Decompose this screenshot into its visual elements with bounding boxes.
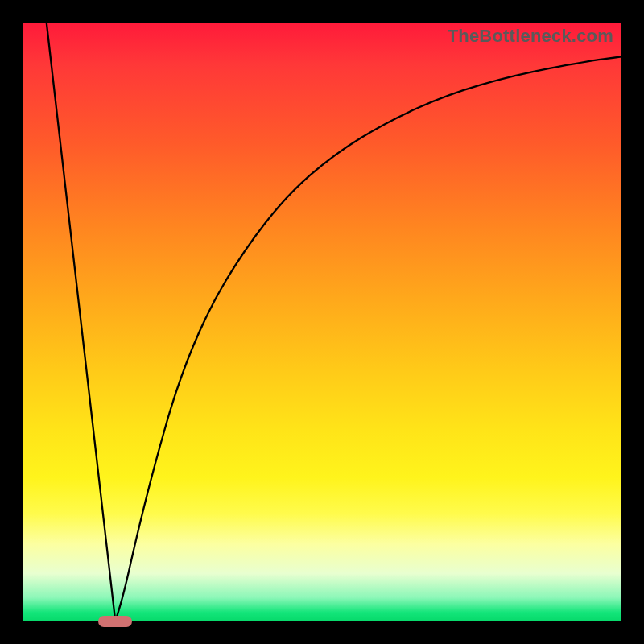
chart-frame: TheBottleneck.com [0,0,644,644]
optimum-marker [98,616,132,627]
plot-area: TheBottleneck.com [23,23,621,621]
curve-layer [23,23,621,621]
bottleneck-curve [47,23,621,621]
